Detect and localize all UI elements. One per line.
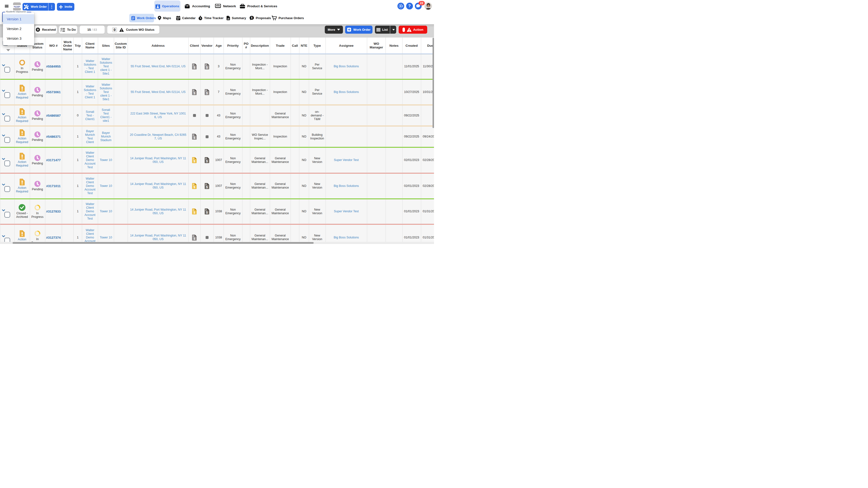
svg-text:$: $: [193, 237, 195, 240]
svg-text:$: $: [206, 92, 208, 95]
svg-text:$: $: [206, 211, 208, 214]
svg-text:$: $: [193, 66, 195, 69]
svg-text:$: $: [193, 186, 195, 189]
svg-text:$: $: [206, 186, 208, 189]
svg-text:$: $: [206, 66, 208, 69]
svg-text:$: $: [193, 211, 195, 214]
svg-text:$: $: [206, 160, 208, 163]
svg-text:$: $: [251, 16, 253, 19]
svg-text:WALTHERS: WALTHERS: [14, 6, 20, 7]
svg-text:$: $: [193, 136, 195, 139]
svg-text:$: $: [186, 4, 188, 7]
svg-text:$: $: [193, 160, 195, 163]
svg-text:$: $: [193, 92, 195, 95]
